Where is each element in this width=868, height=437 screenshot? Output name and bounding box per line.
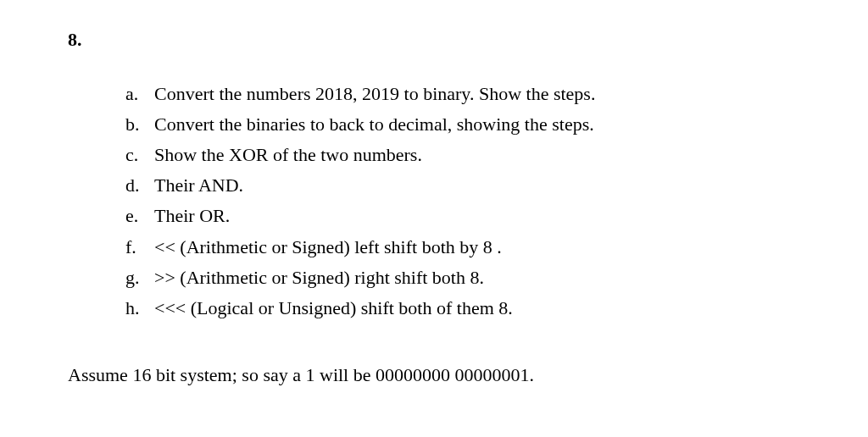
item-text: Convert the binaries to back to decimal,… xyxy=(154,110,800,139)
list-item: d. Their AND. xyxy=(125,171,800,200)
question-number: 8. xyxy=(68,25,800,54)
item-label: e. xyxy=(125,202,154,230)
item-label: b. xyxy=(125,110,154,139)
assumption-note: Assume 16 bit system; so say a 1 will be… xyxy=(68,361,800,390)
list-item: e. Their OR. xyxy=(125,202,800,230)
list-item: b. Convert the binaries to back to decim… xyxy=(125,110,800,139)
item-text: Convert the numbers 2018, 2019 to binary… xyxy=(154,80,800,108)
list-item: f. << (Arithmetic or Signed) left shift … xyxy=(125,233,800,262)
item-label: a. xyxy=(125,80,154,108)
list-item: a. Convert the numbers 2018, 2019 to bin… xyxy=(125,80,800,108)
item-label: h. xyxy=(125,294,154,323)
item-text: <<< (Logical or Unsigned) shift both of … xyxy=(154,294,800,323)
sub-question-list: a. Convert the numbers 2018, 2019 to bin… xyxy=(125,80,800,323)
item-text: Show the XOR of the two numbers. xyxy=(154,141,800,169)
item-text: >> (Arithmetic or Signed) right shift bo… xyxy=(154,263,800,292)
item-label: g. xyxy=(125,263,154,292)
item-label: c. xyxy=(125,141,154,169)
item-text: << (Arithmetic or Signed) left shift bot… xyxy=(154,233,800,262)
list-item: g. >> (Arithmetic or Signed) right shift… xyxy=(125,263,800,292)
item-label: d. xyxy=(125,171,154,200)
item-label: f. xyxy=(125,233,154,262)
item-text: Their AND. xyxy=(154,171,800,200)
list-item: h. <<< (Logical or Unsigned) shift both … xyxy=(125,294,800,323)
item-text: Their OR. xyxy=(154,202,800,230)
list-item: c. Show the XOR of the two numbers. xyxy=(125,141,800,169)
